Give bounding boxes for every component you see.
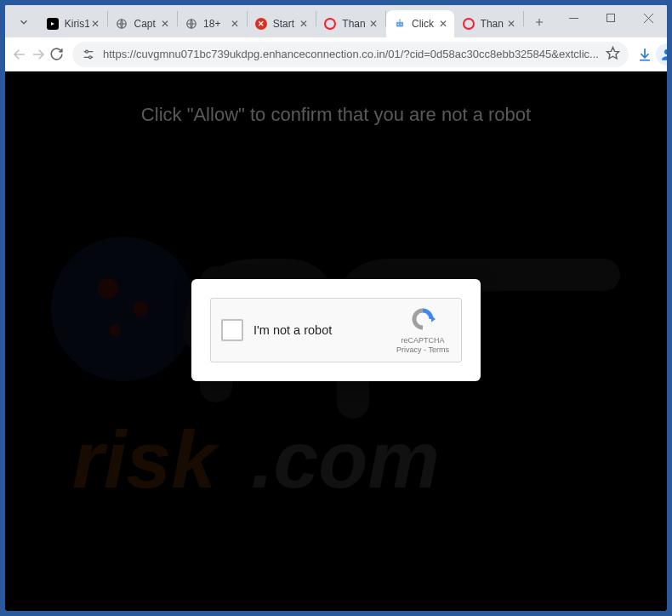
- recaptcha-brand-text: reCAPTCHA: [395, 336, 451, 345]
- address-bar[interactable]: https://cuvgmnu071bc739ukdpg.enhanceconn…: [72, 42, 629, 67]
- close-icon[interactable]: ✕: [437, 18, 449, 30]
- close-icon: [644, 14, 653, 23]
- tab-click[interactable]: Click ✕: [386, 10, 454, 37]
- svg-point-26: [51, 237, 196, 381]
- tab-title: Start: [273, 18, 299, 30]
- svg-point-6: [399, 20, 401, 21]
- tab-start[interactable]: ✕ Start ✕: [248, 10, 316, 37]
- svg-point-18: [89, 55, 92, 58]
- tab-kiris[interactable]: Kiris1 ✕: [39, 10, 107, 37]
- svg-point-27: [98, 278, 118, 299]
- url-text: https://cuvgmnu071bc739ukdpg.enhanceconn…: [103, 48, 599, 60]
- close-icon[interactable]: ✕: [298, 18, 310, 30]
- close-icon[interactable]: ✕: [505, 18, 517, 30]
- error-icon: ✕: [254, 17, 268, 31]
- downloads-button[interactable]: [637, 41, 652, 68]
- browser-window: Kiris1 ✕ Capt ✕ 18+ ✕ ✕ Start: [5, 5, 667, 611]
- opera-icon: [462, 17, 476, 31]
- plus-icon: [533, 16, 545, 28]
- youtube-icon: [46, 17, 60, 31]
- bot-icon: [393, 17, 407, 31]
- close-icon[interactable]: ✕: [367, 18, 379, 30]
- reload-button[interactable]: [49, 41, 64, 68]
- tab-capt[interactable]: Capt ✕: [108, 10, 176, 37]
- svg-marker-33: [431, 316, 436, 322]
- svg-rect-2: [396, 22, 403, 27]
- window-controls: [555, 5, 667, 37]
- recaptcha-label: I'm not a robot: [253, 323, 395, 337]
- opera-icon: [323, 17, 337, 31]
- arrow-left-icon: [12, 47, 27, 62]
- tab-title: Than: [481, 18, 506, 30]
- forward-button[interactable]: [31, 41, 46, 68]
- tab-search-button[interactable]: [12, 10, 36, 34]
- svg-point-4: [401, 24, 402, 26]
- recaptcha-icon: [395, 306, 451, 334]
- maximize-button[interactable]: [592, 5, 629, 31]
- tab-title: Click: [412, 18, 437, 30]
- tab-18plus[interactable]: 18+ ✕: [178, 10, 246, 37]
- captcha-card: I'm not a robot reCAPTCHA Privacy -: [191, 279, 481, 381]
- site-settings-icon[interactable]: [81, 47, 96, 62]
- svg-point-29: [109, 324, 121, 336]
- profile-button[interactable]: [656, 41, 667, 68]
- download-icon: [637, 47, 652, 62]
- tab-title: Capt: [134, 18, 159, 30]
- tab-title: Kiris1: [65, 18, 90, 30]
- avatar: [656, 43, 667, 66]
- minimize-button[interactable]: [555, 5, 592, 31]
- person-icon: [659, 47, 667, 62]
- recaptcha-checkbox[interactable]: [221, 319, 243, 341]
- svg-text:risk: risk: [72, 414, 219, 505]
- minimize-icon: [569, 14, 578, 23]
- toolbar: https://cuvgmnu071bc739ukdpg.enhanceconn…: [5, 37, 667, 71]
- svg-marker-19: [607, 47, 618, 58]
- close-icon[interactable]: ✕: [229, 18, 241, 30]
- page-content: risk .com Click "Allow" to confirm that …: [5, 71, 667, 611]
- globe-icon: [185, 17, 198, 31]
- close-icon[interactable]: ✕: [159, 18, 171, 30]
- reload-icon: [49, 47, 64, 61]
- back-button[interactable]: [12, 41, 27, 68]
- chevron-down-icon: [18, 16, 30, 28]
- recaptcha-privacy-link[interactable]: Privacy: [396, 345, 422, 354]
- tab-title: 18+: [203, 18, 229, 30]
- svg-point-22: [664, 49, 667, 54]
- page-heading: Click "Allow" to confirm that you are no…: [5, 104, 667, 126]
- maximize-icon: [607, 14, 615, 22]
- globe-icon: [115, 17, 128, 31]
- recaptcha-widget: I'm not a robot reCAPTCHA Privacy -: [210, 298, 462, 362]
- recaptcha-terms-link[interactable]: Terms: [428, 345, 449, 354]
- tab-strip: Kiris1 ✕ Capt ✕ 18+ ✕ ✕ Start: [5, 5, 667, 37]
- svg-rect-10: [607, 14, 615, 22]
- tab-title: Than: [342, 18, 367, 30]
- arrow-right-icon: [31, 47, 46, 62]
- svg-point-17: [86, 50, 88, 53]
- tab-than-2[interactable]: Than ✕: [455, 10, 523, 37]
- svg-point-28: [133, 301, 148, 317]
- svg-point-3: [397, 24, 399, 26]
- close-window-button[interactable]: [629, 5, 667, 31]
- recaptcha-brand: reCAPTCHA Privacy - Terms: [395, 306, 451, 355]
- tab-than-1[interactable]: Than ✕: [316, 10, 384, 37]
- new-tab-button[interactable]: [527, 10, 551, 34]
- star-icon: [606, 46, 620, 60]
- close-icon[interactable]: ✕: [89, 18, 101, 30]
- svg-text:.com: .com: [251, 414, 440, 505]
- bookmark-button[interactable]: [606, 46, 620, 63]
